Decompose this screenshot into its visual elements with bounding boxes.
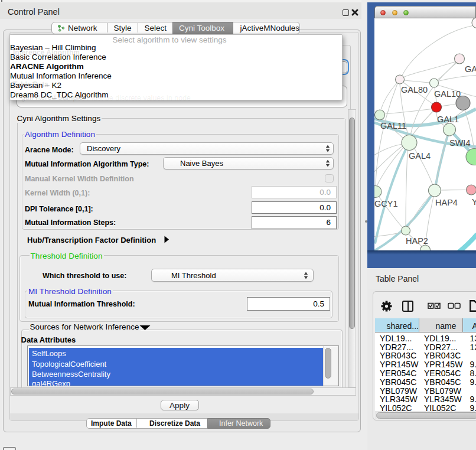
- svg-text:Y: Y: [472, 197, 476, 206]
- svg-text:HAP2: HAP2: [406, 236, 428, 245]
- svg-text:GCY1: GCY1: [374, 198, 398, 208]
- svg-text:GAL10: GAL10: [434, 89, 461, 98]
- svg-text:GAL11: GAL11: [380, 120, 406, 130]
- svg-text:GAL80: GAL80: [401, 84, 428, 94]
- svg-text:SWI4: SWI4: [449, 138, 470, 147]
- svg-text:HAP4: HAP4: [435, 197, 458, 207]
- svg-text:GAL1: GAL1: [437, 114, 459, 123]
- svg-text:GAL4: GAL4: [409, 151, 431, 160]
- svg-text:GAL7: GAL7: [465, 64, 476, 73]
